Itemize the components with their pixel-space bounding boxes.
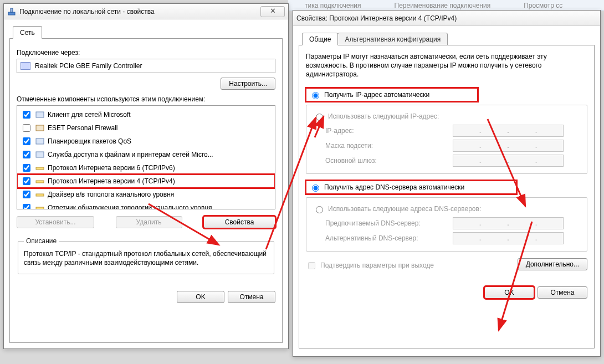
bg-text-1: тика подключения: [305, 2, 361, 9]
adapter-name: Realtek PCIe GBE Family Controller: [35, 62, 142, 70]
dns-manual-radio[interactable]: [316, 206, 323, 213]
tab-general[interactable]: Общие: [302, 33, 338, 45]
component-label: Драйвер в/в тополога канального уровня: [48, 191, 174, 198]
lan-cancel-button[interactable]: Отмена: [228, 291, 275, 303]
preferred-dns-label: Предпочитаемый DNS-сервер:: [325, 219, 447, 227]
confirm-on-exit-label: Подтвердить параметры при выходе: [320, 262, 434, 269]
intro-text: Параметры IP могут назначаться автоматич…: [306, 52, 587, 79]
dns-auto-radio[interactable]: [312, 184, 319, 192]
alt-dns-input: ...: [453, 232, 564, 244]
svg-rect-0: [8, 12, 15, 15]
gateway-label: Основной шлюз:: [325, 157, 447, 165]
ip-address-label: IP-адрес:: [325, 127, 447, 135]
svg-rect-2: [36, 112, 44, 117]
lan-properties-dialog: Подключение по локальной сети - свойства…: [3, 3, 289, 349]
component-label: ESET Personal Firewall: [48, 124, 118, 132]
description-title: Описание: [24, 237, 59, 245]
ipv4-cancel-button[interactable]: Отмена: [538, 286, 587, 299]
confirm-on-exit-row[interactable]: Подтвердить параметры при выходе: [306, 260, 434, 271]
lltd-icon: [35, 190, 44, 199]
component-checkbox[interactable]: [23, 177, 30, 185]
component-label: Клиент для сетей Microsoft: [48, 111, 131, 119]
dns-auto-row[interactable]: Получить адрес DNS-сервера автоматически: [306, 181, 516, 194]
tab-network[interactable]: Сеть: [13, 26, 42, 39]
dns-section: Получить адрес DNS-сервера автоматически…: [306, 181, 587, 252]
qos-icon: [35, 137, 44, 146]
dns-auto-label: Получить адрес DNS-сервера автоматически: [324, 183, 464, 191]
svg-rect-4: [36, 139, 44, 144]
ip-manual-row[interactable]: Использовать следующий IP-адрес:: [313, 111, 580, 122]
ip-auto-radio[interactable]: [312, 92, 319, 99]
ipv4-titlebar: Свойства: Протокол Интернета версии 4 (T…: [293, 11, 600, 26]
component-label: Служба доступа к файлам и принтерам сете…: [48, 151, 213, 158]
component-checkbox[interactable]: [23, 191, 30, 198]
network-icon: [7, 7, 16, 16]
advanced-button[interactable]: Дополнительно...: [518, 258, 587, 270]
list-item: Ответчик обнаружения топологии канальног…: [19, 201, 273, 209]
components-list[interactable]: Клиент для сетей Microsoft ESET Personal…: [17, 105, 275, 209]
adapter-box[interactable]: Realtek PCIe GBE Family Controller: [17, 59, 275, 73]
client-icon: [35, 110, 44, 119]
fileprint-icon: [35, 150, 44, 159]
component-label: Протокол Интернета версии 6 (TCP/IPv6): [48, 164, 175, 172]
ip-manual-label: Использовать следующий IP-адрес:: [328, 112, 439, 120]
component-label: Планировщик пакетов QoS: [48, 137, 131, 145]
subnet-mask-label: Маска подсети:: [325, 142, 447, 150]
ipv4-ok-button[interactable]: OK: [484, 286, 534, 299]
list-item: Клиент для сетей Microsoft: [19, 108, 273, 121]
lan-title: Подключение по локальной сети - свойства: [19, 8, 155, 16]
install-button: Установить...: [17, 216, 94, 228]
remove-button: Удалить: [116, 216, 182, 228]
component-checkbox[interactable]: [23, 124, 30, 132]
list-item: Драйвер в/в тополога канального уровня: [19, 188, 273, 201]
svg-rect-3: [36, 125, 44, 131]
connect-through-label: Подключение через:: [17, 49, 275, 57]
component-checkbox[interactable]: [23, 151, 30, 158]
component-label: Ответчик обнаружения топологии канальног…: [48, 204, 212, 209]
background-toolbar-strip: тика подключения Переименование подключе…: [288, 0, 604, 11]
ipv4-properties-dialog: Свойства: Протокол Интернета версии 4 (T…: [293, 10, 601, 357]
dns-manual-row[interactable]: Использовать следующие адреса DNS-сервер…: [313, 203, 580, 214]
lan-ok-button[interactable]: OK: [177, 291, 224, 303]
lltd-responder-icon: [35, 203, 44, 209]
svg-rect-9: [36, 207, 44, 209]
alt-dns-label: Альтернативный DNS-сервер:: [325, 234, 447, 242]
list-item: Планировщик пакетов QoS: [19, 135, 273, 148]
component-checkbox[interactable]: [23, 204, 30, 209]
description-group: Описание Протокол TCP/IP - стандартный п…: [18, 237, 274, 274]
svg-rect-7: [36, 181, 44, 183]
list-item: Протокол Интернета версии 6 (TCP/IPv6): [19, 161, 273, 175]
list-item: ESET Personal Firewall: [19, 121, 273, 135]
adapter-icon: [21, 62, 30, 70]
description-text: Протокол TCP/IP - стандартный протокол г…: [24, 249, 268, 267]
properties-button[interactable]: Свойства: [203, 216, 275, 228]
ip-manual-radio[interactable]: [316, 114, 323, 121]
configure-button[interactable]: Настроить...: [221, 78, 275, 90]
ip-address-input: ...: [453, 125, 564, 137]
dns-manual-label: Использовать следующие адреса DNS-сервер…: [328, 205, 481, 213]
ip-auto-label: Получить IP-адрес автоматически: [324, 91, 429, 99]
lan-titlebar: Подключение по локальной сети - свойства…: [4, 4, 288, 19]
svg-rect-6: [36, 167, 44, 170]
svg-rect-8: [36, 194, 44, 196]
subnet-mask-input: ...: [453, 140, 564, 152]
list-item-ipv4[interactable]: Протокол Интернета версии 4 (TCP/IPv4): [17, 175, 275, 188]
tab-alt-config[interactable]: Альтернативная конфигурация: [337, 33, 448, 45]
bg-text-3: Просмотр сс: [524, 2, 562, 9]
preferred-dns-input: ...: [453, 217, 564, 229]
ip-section: Получить IP-адрес автоматически Использо…: [306, 88, 587, 174]
component-checkbox[interactable]: [23, 137, 30, 145]
firewall-icon: [35, 124, 44, 132]
component-label: Протокол Интернета версии 4 (TCP/IPv4): [48, 177, 175, 185]
list-item: Служба доступа к файлам и принтерам сете…: [19, 148, 273, 161]
ip-auto-row[interactable]: Получить IP-адрес автоматически: [306, 88, 478, 101]
component-checkbox[interactable]: [23, 164, 30, 172]
ipv4-icon: [35, 177, 44, 186]
svg-rect-5: [36, 152, 44, 157]
ipv6-icon: [35, 163, 44, 172]
lan-close-button[interactable]: ✕: [260, 6, 285, 17]
component-checkbox[interactable]: [23, 111, 30, 119]
svg-rect-1: [11, 8, 13, 12]
components-label: Отмеченные компоненты используются этим …: [17, 95, 275, 103]
confirm-on-exit-checkbox[interactable]: [308, 262, 315, 269]
